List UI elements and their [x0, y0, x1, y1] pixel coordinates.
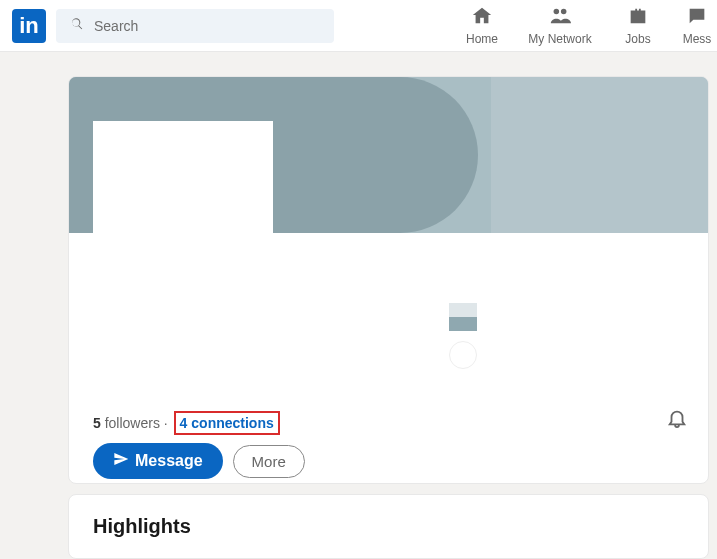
profile-body: 5 followers · 4 connections Message More: [69, 233, 708, 483]
notify-bell-button[interactable]: [666, 407, 688, 433]
search-input[interactable]: [56, 9, 334, 43]
send-icon: [113, 451, 129, 471]
profile-actions: Message More: [93, 443, 305, 479]
more-button[interactable]: More: [233, 445, 305, 478]
cover-image: [69, 77, 708, 233]
separator-dot: ·: [164, 415, 172, 431]
svg-point-0: [554, 9, 560, 15]
company-thumbs: [449, 303, 477, 369]
home-icon: [471, 5, 493, 30]
nav-messaging[interactable]: Mess: [677, 0, 717, 51]
message-button[interactable]: Message: [93, 443, 223, 479]
nav-jobs[interactable]: Jobs: [599, 0, 677, 51]
network-icon: [549, 5, 571, 30]
company-thumb[interactable]: [449, 341, 477, 369]
search-icon: [70, 17, 84, 35]
profile-card: 5 followers · 4 connections Message More: [68, 76, 709, 484]
nav-network[interactable]: My Network: [521, 0, 599, 51]
followers-count: 5: [93, 415, 101, 431]
message-icon: [686, 5, 708, 30]
nav-home-label: Home: [466, 32, 498, 46]
svg-point-1: [561, 9, 567, 15]
company-thumb[interactable]: [449, 303, 477, 331]
followers-label: followers: [105, 415, 160, 431]
profile-stats: 5 followers · 4 connections: [93, 411, 280, 435]
nav-network-label: My Network: [528, 32, 591, 46]
message-button-label: Message: [135, 452, 203, 470]
linkedin-logo[interactable]: in: [12, 9, 46, 43]
briefcase-icon: [627, 5, 649, 30]
connections-link[interactable]: 4 connections: [174, 411, 280, 435]
search-wrap: [56, 9, 334, 43]
highlights-card: Highlights: [68, 494, 709, 559]
global-header: in Home My Network Jobs: [0, 0, 717, 52]
main-content: 5 followers · 4 connections Message More…: [0, 52, 717, 559]
nav-home[interactable]: Home: [443, 0, 521, 51]
top-nav: Home My Network Jobs Mess: [443, 0, 717, 51]
nav-jobs-label: Jobs: [625, 32, 650, 46]
nav-messaging-label: Mess: [683, 32, 712, 46]
highlights-title: Highlights: [93, 515, 684, 538]
